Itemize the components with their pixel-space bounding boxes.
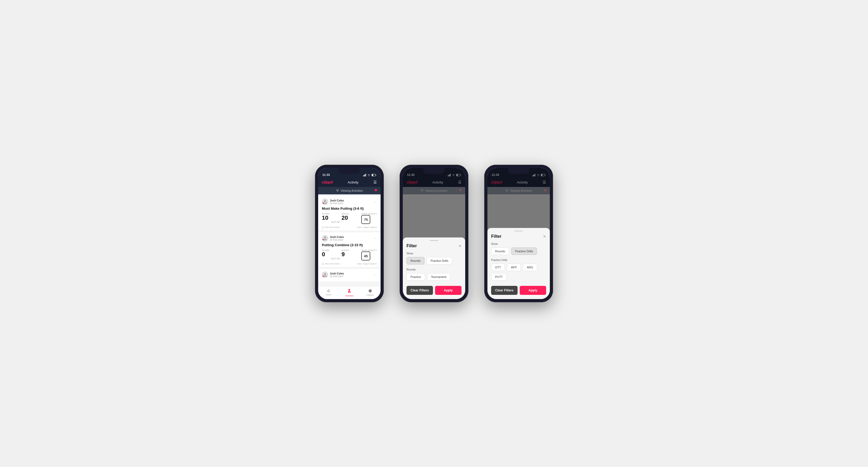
card-title-1: Must Make Putting (3-6 ft) <box>322 207 377 211</box>
home-icon: ⌂ <box>328 288 330 293</box>
activity-card-1: ⛳ Josh Coles 28 Feb 2023 ··· Must Make P… <box>318 196 380 231</box>
capture-icon: ⊕ <box>368 288 372 293</box>
putt-btn-3[interactable]: PUTT <box>491 273 507 281</box>
practice-drills-btn-2[interactable]: Practice Drills <box>427 257 452 264</box>
show-buttons-3: Rounds Practice Drills <box>491 248 546 255</box>
practice-drills-section-label-3: Practice Drills <box>491 259 546 261</box>
card-more-2[interactable]: ··· <box>374 237 377 240</box>
stat-quality-1: Shot Quality 75 <box>361 213 377 224</box>
phone-screen: 11:33 <box>318 168 380 299</box>
card-more-3[interactable]: ··· <box>374 273 377 277</box>
card-data-1: Data: Clippd Capture <box>357 226 377 228</box>
card-info-2: i Test Information <box>322 262 340 265</box>
phone-2: 11:33 <box>400 165 468 302</box>
nav-menu-icon[interactable]: ☰ <box>373 180 377 184</box>
filter-modal-3: Filter ✕ Show Rounds Practice Drills Pra… <box>488 228 550 299</box>
avatar-1: ⛳ <box>322 198 328 205</box>
notification-dot <box>375 189 377 191</box>
svg-rect-0 <box>363 175 364 176</box>
filter-actions-3: Clear Filters Apply <box>491 286 546 295</box>
viewing-text: Viewing Activities <box>341 189 363 192</box>
info-text-2: Test Information <box>325 262 340 265</box>
drill-buttons-3: OTT APP ARG PUTT <box>491 263 546 281</box>
avatar-image-3 <box>322 272 328 278</box>
info-text-1: Test Information <box>325 226 340 228</box>
clear-filters-btn-2[interactable]: Clear Filters <box>406 286 433 295</box>
score-value-1: 10 <box>322 215 329 221</box>
viewing-bar: Viewing Activities <box>318 187 380 194</box>
show-buttons-2: Rounds Practice Drills <box>406 257 462 264</box>
user-info-2: Josh Coles 28 Feb 2023 <box>330 236 344 241</box>
user-date-2: 28 Feb 2023 <box>330 239 344 241</box>
ott-btn-3[interactable]: OTT <box>491 263 505 271</box>
app-btn-3[interactable]: APP <box>507 263 521 271</box>
apply-btn-3[interactable]: Apply <box>520 286 546 295</box>
tab-home-label: Home <box>326 293 331 296</box>
arg-btn-3[interactable]: ARG <box>523 263 537 271</box>
quality-badge-1: 75 <box>361 215 370 224</box>
card-info-1: i Test Information <box>322 226 340 228</box>
svg-point-11 <box>324 200 326 202</box>
svg-rect-5 <box>372 174 373 176</box>
svg-text:i: i <box>323 227 323 228</box>
phone-notch-3 <box>508 168 529 174</box>
clear-filters-btn-3[interactable]: Clear Filters <box>491 286 518 295</box>
tournament-btn-2[interactable]: Tournament <box>427 273 451 281</box>
filter-title-2: Filter <box>406 244 417 248</box>
quality-label-2: Shot Quality <box>361 249 377 251</box>
user-date-1: 28 Feb 2023 <box>330 202 344 205</box>
status-icons <box>363 174 376 176</box>
phone-1: 11:33 <box>315 165 384 302</box>
svg-rect-3 <box>366 174 366 176</box>
activity-list[interactable]: ⛳ Josh Coles 28 Feb 2023 ··· Must Make P… <box>318 194 380 286</box>
practice-round-btn-2[interactable]: Practice <box>406 273 425 281</box>
filter-close-2[interactable]: ✕ <box>458 244 462 248</box>
svg-text:i: i <box>323 263 323 264</box>
stat-score-1: Score 10 <box>322 213 329 221</box>
quality-label-1: Shot Quality <box>361 213 377 215</box>
filter-header-3: Filter ✕ <box>491 234 546 239</box>
card-header-1: ⛳ Josh Coles 28 Feb 2023 ··· <box>322 198 377 205</box>
card-stats-1: Score 10 OUT OF Shots 20 Shot Quality 75 <box>322 213 377 224</box>
stat-score-2: Score 0 <box>322 249 329 257</box>
card-header-2: Josh Coles 28 Feb 2023 ··· <box>322 235 377 242</box>
activities-icon <box>347 288 352 294</box>
tab-activities[interactable]: Activities <box>339 288 360 297</box>
shots-value-1: 20 <box>341 215 349 221</box>
card-more-1[interactable]: ··· <box>374 200 377 204</box>
apply-btn-2[interactable]: Apply <box>435 286 462 295</box>
show-label-3: Show <box>491 243 546 245</box>
nav-bar: clippd Activity ☰ <box>318 178 380 187</box>
user-info-3: Josh Coles 28 Feb 2023 <box>330 272 344 278</box>
card-data-2: Data: Clippd Capture <box>357 262 377 265</box>
nav-logo: clippd <box>322 180 333 184</box>
avatar-image-1: ⛳ <box>322 198 328 205</box>
filter-icon <box>336 189 339 192</box>
avatar-3 <box>322 272 328 278</box>
status-time: 11:33 <box>322 173 330 176</box>
phone-screen-3: 11:33 <box>488 168 550 299</box>
svg-text:⛳: ⛳ <box>322 203 324 204</box>
viewing-bar-content: Viewing Activities <box>336 189 363 192</box>
phone-screen-2: 11:33 <box>403 168 465 299</box>
user-info-1: Josh Coles 28 Feb 2023 <box>330 199 344 205</box>
rounds-btn-3[interactable]: Rounds <box>491 248 509 255</box>
activities-svg <box>347 288 352 293</box>
tab-capture-label: Capture <box>366 294 374 296</box>
practice-drills-btn-3[interactable]: Practice Drills <box>511 248 537 255</box>
tab-capture[interactable]: ⊕ Capture <box>360 288 380 297</box>
user-name-3: Josh Coles <box>330 272 344 275</box>
filter-handle-2 <box>430 240 438 241</box>
filter-close-3[interactable]: ✕ <box>543 234 546 239</box>
stat-shots-1: Shots 20 <box>341 213 349 221</box>
card-title-2: Putting Combine (3-15 ft) <box>322 243 377 247</box>
svg-point-22 <box>324 273 326 275</box>
shots-value-2: 9 <box>341 251 349 257</box>
tab-bar: ⌂ Home Activities ⊕ Capture <box>318 286 380 299</box>
battery-icon <box>372 174 376 176</box>
tab-home[interactable]: ⌂ Home <box>318 288 339 297</box>
rounds-btn-2[interactable]: Rounds <box>406 257 425 264</box>
activity-card-2: Josh Coles 28 Feb 2023 ··· Putting Combi… <box>318 232 380 267</box>
user-name-2: Josh Coles <box>330 236 344 239</box>
svg-point-17 <box>324 237 326 239</box>
